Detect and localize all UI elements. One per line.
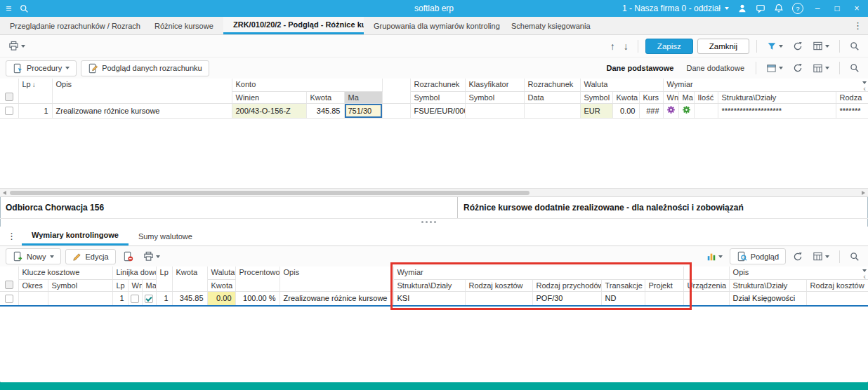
- refresh-button[interactable]: [790, 39, 805, 53]
- cell-lp[interactable]: 1: [18, 103, 52, 118]
- row-checkbox[interactable]: [5, 295, 13, 303]
- cell-waluta-kwota[interactable]: 0.00: [612, 103, 639, 118]
- procedures-button[interactable]: Procedury: [6, 60, 77, 76]
- group-rozrachunek-1[interactable]: Rozrachunek: [410, 79, 465, 91]
- cell-rozrachunek-data[interactable]: [524, 103, 580, 118]
- tab-grupowania-wymiarow[interactable]: Grupowania dla wymiarów kontroling: [364, 17, 501, 34]
- group-klucze-kosztowe[interactable]: Klucze kosztowe: [18, 267, 112, 279]
- cell-okres[interactable]: [18, 291, 48, 306]
- col-wymiar-rodzaj-kosztow[interactable]: Rodzaj kosztów: [465, 279, 532, 291]
- cell-symbol[interactable]: [48, 291, 112, 306]
- cell-linijka-wn[interactable]: [128, 291, 142, 306]
- ma-checkbox[interactable]: [145, 295, 153, 303]
- col-wn[interactable]: Wn: [663, 91, 678, 103]
- new-button[interactable]: Nowy: [6, 248, 61, 264]
- group-wymiar[interactable]: Wymiar: [393, 267, 683, 279]
- cell-struktura-masked[interactable]: ********************: [718, 103, 836, 118]
- user-icon[interactable]: [737, 4, 747, 13]
- row-checkbox[interactable]: [5, 107, 13, 115]
- cell-opis[interactable]: Zrealizowane różnice kursowe: [280, 291, 393, 306]
- search-grid-button[interactable]: [847, 39, 862, 53]
- cell-waluta-kwota[interactable]: 0.00: [207, 291, 235, 306]
- cell-procentowo[interactable]: 100.00 %: [235, 291, 280, 306]
- search-grid-button[interactable]: [847, 250, 862, 264]
- select-all-checkbox[interactable]: [5, 93, 13, 101]
- group-konto[interactable]: Konto: [232, 79, 382, 91]
- close-view-button[interactable]: Zamknij: [697, 39, 749, 54]
- col-kwota[interactable]: Kwota: [172, 267, 207, 291]
- print-button[interactable]: [6, 39, 28, 53]
- col-winien[interactable]: Winien: [232, 91, 306, 103]
- scroll-left-arrow[interactable]: [3, 191, 6, 195]
- search-icon[interactable]: [20, 4, 29, 13]
- tab-przegladanie-rozrachunkow[interactable]: Przeglądanie rozrachunków / Rozrach: [0, 17, 145, 34]
- dimension-row[interactable]: 1 1 345.85 0.00 100.00 % Zrealizowane ró…: [0, 291, 868, 306]
- chart-button[interactable]: [704, 250, 725, 264]
- scroll-right-arrow[interactable]: [862, 191, 865, 195]
- move-down-button[interactable]: ↓: [622, 41, 631, 52]
- wn-checkbox[interactable]: [131, 295, 139, 303]
- cell-wymiar-rodzaj-przychodow[interactable]: POF/30: [532, 291, 601, 306]
- col-klasyfikator-symbol[interactable]: Symbol: [465, 91, 524, 103]
- tab-wymiary-kontrolingowe[interactable]: Wymiary kontrolingowe: [22, 227, 129, 246]
- save-button[interactable]: Zapisz: [645, 39, 693, 54]
- col-waluta-kwota[interactable]: Kwota: [207, 279, 235, 291]
- cell-kwota[interactable]: 345.85: [172, 291, 207, 306]
- cell-kurs[interactable]: ###: [639, 103, 663, 118]
- minimize-button[interactable]: –: [812, 4, 823, 13]
- col-wymiar-rodzaj-przychodow[interactable]: Rodzaj przychodów: [532, 279, 601, 291]
- group-wymiar[interactable]: Wymiar: [663, 79, 868, 91]
- refresh-button[interactable]: [790, 61, 805, 75]
- move-up-button[interactable]: ↑: [608, 41, 617, 52]
- grid-layout-button[interactable]: [810, 249, 832, 264]
- group-opis[interactable]: Opis: [729, 267, 868, 279]
- cell-wymiar-transakcje[interactable]: ND: [601, 291, 645, 306]
- cell-wymiar-wn[interactable]: [663, 103, 678, 118]
- splitter-grip[interactable]: [421, 221, 436, 223]
- col-kwota[interactable]: Kwota: [306, 91, 344, 103]
- group-waluta[interactable]: Waluta: [207, 267, 235, 279]
- cell-rodzaj-masked[interactable]: *******: [836, 103, 868, 118]
- col-rozrachunek-data[interactable]: Data: [524, 91, 580, 103]
- grid-layout-button[interactable]: [810, 39, 832, 53]
- col-ma2[interactable]: Ma: [678, 91, 694, 103]
- tab-schematy-ksiegowania[interactable]: Schematy księgowania: [501, 17, 601, 34]
- cell-wymiar-struktura[interactable]: KSI: [393, 291, 465, 306]
- cell-konto-ma-selected[interactable]: 751/30: [344, 103, 382, 118]
- horizontal-scrollbar[interactable]: [0, 188, 868, 197]
- col-rozrachunek-symbol[interactable]: Symbol: [410, 91, 465, 103]
- col-linijka-lp[interactable]: Lp: [112, 279, 128, 291]
- cell-wymiar-ma[interactable]: [678, 103, 694, 118]
- tab-sumy-walutowe[interactable]: Sumy walutowe: [129, 227, 202, 246]
- col-kurs[interactable]: Kurs: [639, 91, 663, 103]
- cell-opis-struktura[interactable]: Dział Księgowości: [729, 291, 806, 306]
- form-view-button[interactable]: [763, 61, 786, 76]
- select-all-checkbox[interactable]: [5, 281, 13, 289]
- cell-ilosc[interactable]: [694, 103, 718, 118]
- cell-wymiar-projekt[interactable]: [645, 291, 683, 306]
- col-lp2[interactable]: Lp: [156, 267, 172, 291]
- grid-column-nav[interactable]: ‹: [862, 81, 867, 93]
- maximize-button[interactable]: □: [831, 4, 843, 13]
- cell-linijka-ma[interactable]: [142, 291, 156, 306]
- group-linijka-dowodu[interactable]: Linijka dowodu: [112, 267, 156, 279]
- cell-kwota[interactable]: 345.85: [306, 103, 344, 118]
- cell-rozrachunek-symbol[interactable]: FSUE/EUR/0000: [410, 103, 465, 118]
- col-ma[interactable]: Ma: [344, 91, 382, 103]
- col-opis[interactable]: Opis: [280, 267, 393, 291]
- col-waluta-kwota[interactable]: Kwota: [612, 91, 639, 103]
- col-wymiar-struktura[interactable]: Struktura\Działy: [393, 279, 465, 291]
- cell-lp[interactable]: 1: [156, 291, 172, 306]
- col-procentowo[interactable]: Procentowo: [235, 267, 280, 291]
- col-opis[interactable]: Opis: [52, 79, 232, 103]
- col-opis-rodzaj-kosztow[interactable]: Rodzaj kosztów: [806, 279, 868, 291]
- col-rodzaj[interactable]: Rodza: [836, 91, 868, 103]
- col-wymiar-transakcje[interactable]: Transakcje: [601, 279, 645, 291]
- document-line-row[interactable]: 1 Zrealizowane różnice kursowe 200/43-O-…: [0, 103, 868, 118]
- preview-settlement-button[interactable]: Podgląd danych rozrachunku: [81, 60, 209, 76]
- chat-icon[interactable]: [756, 4, 765, 13]
- print-button[interactable]: [140, 249, 163, 264]
- col-urzadzenia[interactable]: Urządzenia: [683, 279, 729, 291]
- cell-urzadzenia[interactable]: [683, 291, 729, 306]
- company-selector[interactable]: 1 - Nasza firma 0 - oddział: [622, 4, 729, 13]
